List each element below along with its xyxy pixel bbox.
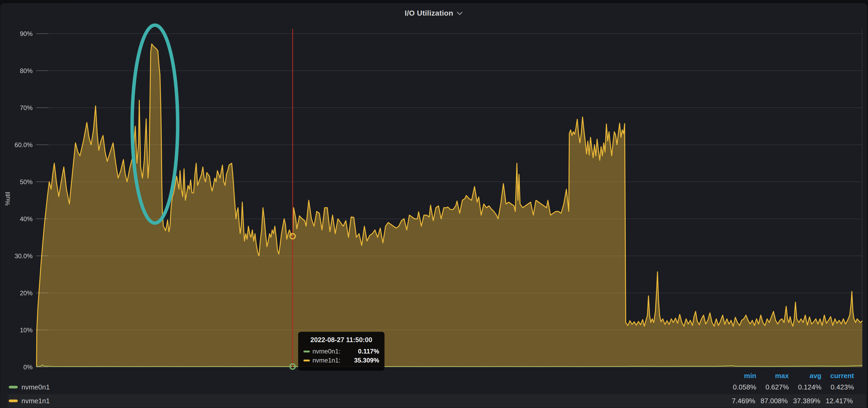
legend-stat-current: 12.417% [820, 395, 853, 407]
legend-stat-headers: min max avg current [1, 370, 867, 381]
y-tick-label: 90% [20, 30, 33, 37]
legend-series-name[interactable]: nvme0n1 [22, 383, 50, 391]
legend: min max avg current nvme0n1 0.058% 0.627… [1, 368, 867, 408]
y-tick-label: 70% [20, 104, 33, 111]
legend-stat-min: 0.058% [724, 381, 756, 393]
y-axis-label: %util [4, 192, 11, 206]
legend-stat-avg: 0.124% [789, 381, 822, 393]
grafana-page: I/O Utilization 90%80%70%60.0%50%40%30.0… [0, 0, 868, 408]
y-tick-label: 40% [20, 215, 33, 223]
tooltip-row: nvme0n1: 0.117% [304, 347, 379, 356]
legend-stat-current: 0.423% [822, 381, 854, 393]
legend-series-name[interactable]: nvme1n1 [22, 397, 50, 405]
y-tick-label: 60.0% [14, 141, 33, 148]
tooltip-series-name: nvme0n1: [312, 348, 340, 355]
legend-swatch-nvme1n1[interactable] [9, 400, 18, 402]
legend-stat-avg: 37.389% [788, 395, 820, 407]
y-tick-label: 20% [20, 290, 33, 297]
io-utilization-chart[interactable]: 90%80%70%60.0%50%40%30.0%20%10%0%%util [1, 4, 868, 408]
legend-row-nvme1n1: nvme1n1 7.469% 87.008% 37.389% 12.417% [8, 394, 866, 407]
tooltip-series-value: 0.117% [358, 348, 379, 355]
legend-header-avg[interactable]: avg [789, 370, 822, 381]
series-swatch-nvme0n1 [304, 350, 310, 352]
legend-header-min[interactable]: min [724, 370, 756, 381]
y-tick-label: 50% [20, 178, 33, 185]
legend-stat-max: 0.627% [756, 381, 789, 393]
legend-stat-min: 7.469% [723, 395, 755, 407]
tooltip-timestamp: 2022-08-27 11:50:00 [304, 336, 379, 344]
y-tick-label: 10% [20, 327, 33, 334]
io-utilization-panel: I/O Utilization 90%80%70%60.0%50%40%30.0… [1, 3, 867, 408]
legend-header-current[interactable]: current [822, 370, 854, 381]
tooltip-series-name: nvme1n1: [312, 357, 340, 364]
legend-header-max[interactable]: max [756, 370, 789, 381]
chart-tooltip: 2022-08-27 11:50:00 nvme0n1: 0.117% nvme… [298, 332, 384, 371]
tooltip-series-value: 35.309% [354, 357, 379, 364]
tooltip-row: nvme1n1: 35.309% [304, 356, 379, 365]
legend-stat-max: 87.008% [755, 395, 788, 407]
legend-swatch-nvme0n1[interactable] [9, 386, 18, 388]
legend-row-nvme0n1: nvme0n1 0.058% 0.627% 0.124% 0.423% [1, 381, 867, 393]
series-swatch-nvme1n1 [304, 360, 310, 362]
y-tick-label: 80% [20, 67, 33, 74]
y-tick-label: 30.0% [14, 252, 33, 260]
